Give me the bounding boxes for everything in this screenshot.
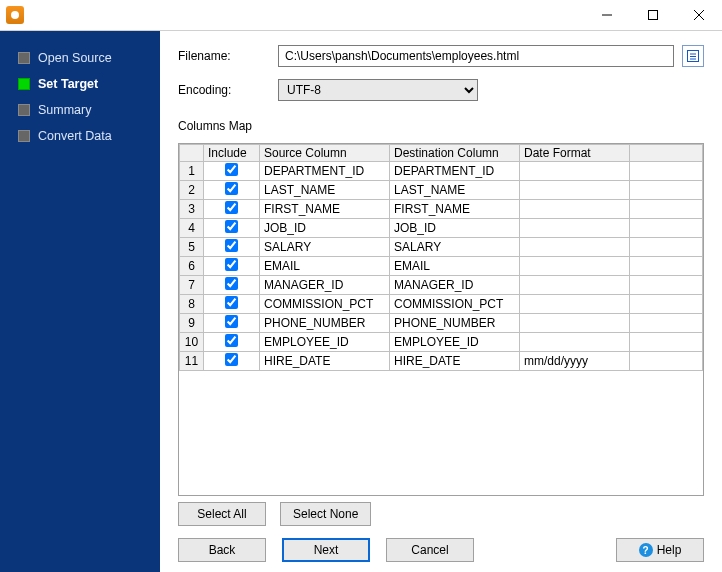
include-checkbox[interactable] [225,277,238,290]
date-format-cell[interactable] [520,333,630,352]
include-checkbox[interactable] [225,182,238,195]
date-format-cell[interactable] [520,295,630,314]
col-header-include[interactable]: Include [204,145,260,162]
source-column-cell[interactable]: DEPARTMENT_ID [260,162,390,181]
sidebar-item-label: Open Source [38,51,112,65]
row-number[interactable]: 11 [180,352,204,371]
selection-buttons: Select All Select None [178,502,704,526]
table-row[interactable]: 9PHONE_NUMBERPHONE_NUMBER [180,314,703,333]
row-number[interactable]: 5 [180,238,204,257]
col-header-date-format[interactable]: Date Format [520,145,630,162]
destination-column-cell[interactable]: MANAGER_ID [390,276,520,295]
source-column-cell[interactable]: JOB_ID [260,219,390,238]
sidebar-item-convert-data[interactable]: Convert Data [0,123,160,149]
include-checkbox[interactable] [225,334,238,347]
col-header-spacer [630,145,703,162]
step-node-icon [18,130,30,142]
filename-label: Filename: [178,49,278,63]
include-checkbox[interactable] [225,220,238,233]
include-cell [204,314,260,333]
include-checkbox[interactable] [225,296,238,309]
row-number[interactable]: 8 [180,295,204,314]
source-column-cell[interactable]: HIRE_DATE [260,352,390,371]
date-format-cell[interactable] [520,162,630,181]
include-checkbox[interactable] [225,315,238,328]
encoding-select[interactable]: UTF-8 [278,79,478,101]
row-number[interactable]: 6 [180,257,204,276]
col-header-destination[interactable]: Destination Column [390,145,520,162]
include-cell [204,257,260,276]
table-row[interactable]: 8COMMISSION_PCTCOMMISSION_PCT [180,295,703,314]
row-number[interactable]: 4 [180,219,204,238]
destination-column-cell[interactable]: LAST_NAME [390,181,520,200]
spacer-cell [630,276,703,295]
destination-column-cell[interactable]: HIRE_DATE [390,352,520,371]
source-column-cell[interactable]: MANAGER_ID [260,276,390,295]
table-row[interactable]: 11HIRE_DATEHIRE_DATEmm/dd/yyyy [180,352,703,371]
date-format-cell[interactable] [520,219,630,238]
table-row[interactable]: 7MANAGER_IDMANAGER_ID [180,276,703,295]
table-row[interactable]: 1DEPARTMENT_IDDEPARTMENT_ID [180,162,703,181]
source-column-cell[interactable]: COMMISSION_PCT [260,295,390,314]
row-number[interactable]: 9 [180,314,204,333]
date-format-cell[interactable] [520,314,630,333]
filename-input[interactable] [278,45,674,67]
sidebar-item-summary[interactable]: Summary [0,97,160,123]
table-row[interactable]: 6EMAILEMAIL [180,257,703,276]
source-column-cell[interactable]: EMAIL [260,257,390,276]
date-format-cell[interactable] [520,276,630,295]
source-column-cell[interactable]: PHONE_NUMBER [260,314,390,333]
include-checkbox[interactable] [225,201,238,214]
destination-column-cell[interactable]: EMAIL [390,257,520,276]
col-header-source[interactable]: Source Column [260,145,390,162]
include-checkbox[interactable] [225,353,238,366]
row-number[interactable]: 2 [180,181,204,200]
table-row[interactable]: 3FIRST_NAMEFIRST_NAME [180,200,703,219]
date-format-cell[interactable] [520,257,630,276]
source-column-cell[interactable]: EMPLOYEE_ID [260,333,390,352]
main-panel: Filename: Encoding: UTF-8 Columns Map [160,31,722,572]
source-column-cell[interactable]: FIRST_NAME [260,200,390,219]
row-number[interactable]: 1 [180,162,204,181]
help-button[interactable]: ? Help [616,538,704,562]
table-row[interactable]: 10EMPLOYEE_IDEMPLOYEE_ID [180,333,703,352]
destination-column-cell[interactable]: SALARY [390,238,520,257]
sidebar-item-label: Set Target [38,77,98,91]
row-number[interactable]: 10 [180,333,204,352]
date-format-cell[interactable]: mm/dd/yyyy [520,352,630,371]
table-row[interactable]: 5SALARYSALARY [180,238,703,257]
back-button[interactable]: Back [178,538,266,562]
sidebar-item-open-source[interactable]: Open Source [0,45,160,71]
next-button[interactable]: Next [282,538,370,562]
destination-column-cell[interactable]: EMPLOYEE_ID [390,333,520,352]
include-checkbox[interactable] [225,163,238,176]
sidebar-item-set-target[interactable]: Set Target [0,71,160,97]
spacer-cell [630,257,703,276]
destination-column-cell[interactable]: PHONE_NUMBER [390,314,520,333]
include-checkbox[interactable] [225,239,238,252]
table-row[interactable]: 4JOB_IDJOB_ID [180,219,703,238]
maximize-button[interactable] [630,0,676,30]
destination-column-cell[interactable]: JOB_ID [390,219,520,238]
destination-column-cell[interactable]: FIRST_NAME [390,200,520,219]
include-cell [204,200,260,219]
minimize-button[interactable] [584,0,630,30]
source-column-cell[interactable]: LAST_NAME [260,181,390,200]
cancel-button[interactable]: Cancel [386,538,474,562]
select-none-button[interactable]: Select None [280,502,371,526]
source-column-cell[interactable]: SALARY [260,238,390,257]
date-format-cell[interactable] [520,200,630,219]
destination-column-cell[interactable]: DEPARTMENT_ID [390,162,520,181]
browse-button[interactable] [682,45,704,67]
table-row[interactable]: 2LAST_NAMELAST_NAME [180,181,703,200]
include-checkbox[interactable] [225,258,238,271]
date-format-cell[interactable] [520,181,630,200]
row-number[interactable]: 3 [180,200,204,219]
row-number[interactable]: 7 [180,276,204,295]
select-all-button[interactable]: Select All [178,502,266,526]
close-button[interactable] [676,0,722,30]
destination-column-cell[interactable]: COMMISSION_PCT [390,295,520,314]
spacer-cell [630,181,703,200]
date-format-cell[interactable] [520,238,630,257]
include-cell [204,219,260,238]
